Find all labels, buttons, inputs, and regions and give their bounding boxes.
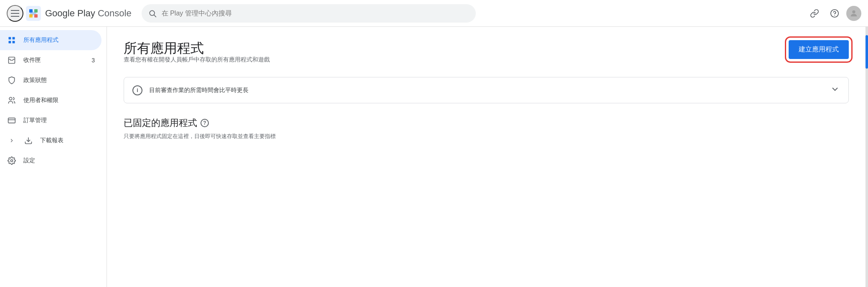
svg-rect-3	[29, 14, 33, 18]
avatar-icon	[849, 9, 858, 18]
sidebar-download-label: 下載報表	[40, 137, 95, 144]
inbox-badge: 3	[91, 57, 95, 64]
grid-icon	[7, 35, 17, 45]
logo-google-play: Google Play	[45, 8, 95, 18]
search-input[interactable]	[162, 10, 469, 17]
sidebar-item-order-management[interactable]: 訂單管理	[0, 110, 102, 131]
notice-text: 目前審查作業的所需時間會比平時更長	[149, 87, 249, 94]
inbox-icon	[7, 55, 17, 65]
svg-rect-1	[29, 9, 33, 13]
logo-area: Google Play Console	[25, 5, 132, 22]
sidebar-all-apps-label: 所有應用程式	[23, 36, 95, 44]
info-icon: i	[132, 85, 142, 95]
scroll-indicator	[865, 27, 868, 287]
svg-rect-16	[8, 118, 15, 123]
help-circle-icon	[830, 9, 839, 18]
hamburger-line	[11, 16, 19, 17]
main-layout: 所有應用程式 收件匣 3 政策狀態	[0, 27, 868, 287]
play-console-logo-icon	[25, 5, 42, 22]
notice-chevron-down-icon[interactable]	[830, 84, 840, 96]
top-bar-actions	[806, 5, 861, 22]
hamburger-line	[11, 10, 19, 11]
sidebar-item-inbox[interactable]: 收件匣 3	[0, 50, 102, 70]
notice-content: i 目前審查作業的所需時間會比平時更長	[132, 85, 249, 95]
svg-line-6	[154, 15, 156, 17]
search-bar[interactable]	[142, 4, 476, 23]
link-icon	[810, 9, 819, 18]
page-subtitle: 查看您有權在開發人員帳戶中存取的所有應用程式和遊戲	[124, 56, 270, 64]
link-icon-button[interactable]	[806, 5, 823, 22]
sidebar: 所有應用程式 收件匣 3 政策狀態	[0, 27, 107, 287]
gear-icon	[7, 156, 17, 166]
svg-rect-2	[34, 9, 38, 13]
search-icon	[148, 9, 157, 18]
svg-point-19	[11, 160, 13, 162]
user-avatar[interactable]	[846, 6, 861, 21]
help-icon-button[interactable]	[826, 5, 843, 22]
sidebar-item-users-permissions[interactable]: 使用者和權限	[0, 90, 102, 110]
svg-point-8	[834, 15, 835, 15]
pinned-section-help-icon[interactable]: ?	[201, 119, 209, 127]
svg-rect-13	[13, 41, 15, 44]
sidebar-policy-label: 政策狀態	[23, 77, 95, 84]
sidebar-order-label: 訂單管理	[23, 117, 95, 124]
sidebar-users-label: 使用者和權限	[23, 97, 95, 104]
sidebar-item-settings[interactable]: 設定	[0, 151, 102, 171]
sidebar-item-policy-status[interactable]: 政策狀態	[0, 70, 102, 90]
sidebar-item-all-apps[interactable]: 所有應用程式	[0, 30, 102, 50]
scroll-thumb[interactable]	[865, 35, 868, 69]
svg-rect-12	[9, 41, 11, 44]
page-title: 所有應用程式	[124, 40, 270, 56]
pinned-section-subtitle: 只要將應用程式固定在這裡，日後即可快速存取並查看主要指標	[124, 133, 849, 140]
sidebar-settings-label: 設定	[23, 157, 95, 164]
expand-arrow-icon	[7, 136, 17, 146]
sidebar-inbox-label: 收件匣	[23, 56, 85, 64]
svg-point-15	[9, 97, 12, 100]
pinned-section-title: 已固定的應用程式	[124, 117, 197, 129]
create-app-button[interactable]: 建立應用程式	[789, 40, 849, 59]
notice-banner: i 目前審查作業的所需時間會比平時更長	[124, 77, 849, 103]
users-icon	[7, 95, 17, 105]
svg-rect-4	[34, 14, 38, 18]
page-title-area: 所有應用程式 查看您有權在開發人員帳戶中存取的所有應用程式和遊戲	[124, 40, 270, 74]
svg-rect-10	[9, 37, 11, 40]
download-icon	[23, 136, 33, 146]
shield-icon	[7, 75, 17, 85]
top-bar: Google Play Console	[0, 0, 868, 27]
pinned-section-title-row: 已固定的應用程式 ?	[124, 117, 849, 129]
content-header: 所有應用程式 查看您有權在開發人員帳戶中存取的所有應用程式和遊戲 建立應用程式	[124, 40, 849, 74]
hamburger-line	[11, 13, 19, 14]
main-content: 所有應用程式 查看您有權在開發人員帳戶中存取的所有應用程式和遊戲 建立應用程式 …	[107, 27, 865, 287]
sidebar-item-download-reports[interactable]: 下載報表	[0, 131, 102, 151]
logo-text: Google Play Console	[45, 8, 132, 19]
credit-card-icon	[7, 115, 17, 126]
svg-point-9	[852, 10, 855, 13]
logo-console: Console	[98, 8, 132, 18]
svg-rect-11	[13, 37, 15, 40]
hamburger-button[interactable]	[7, 5, 23, 22]
